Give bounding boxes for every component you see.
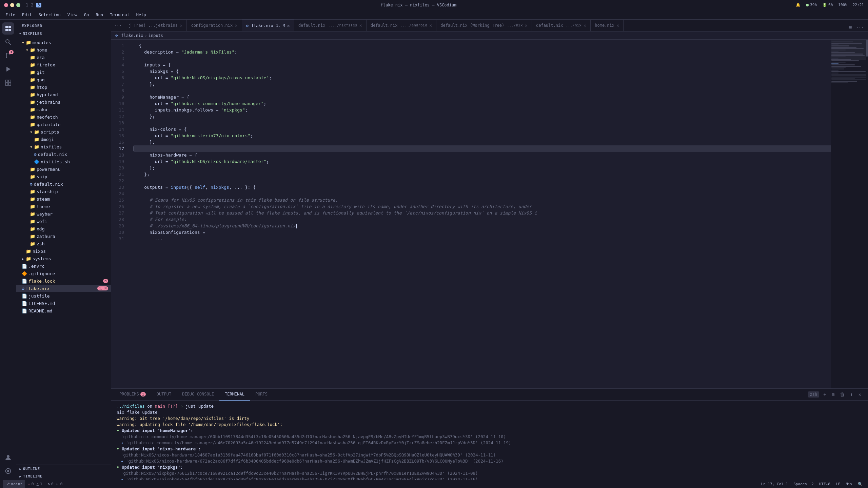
menu-help[interactable]: Help: [134, 12, 149, 18]
status-spaces[interactable]: Spaces: 2: [791, 480, 816, 488]
tree-xdg[interactable]: 📁xdg: [16, 225, 111, 232]
notification-icon[interactable]: 🔔: [796, 3, 801, 7]
tree-dmoji[interactable]: 📁dmoji: [16, 136, 111, 143]
tab-jtree-close[interactable]: ×: [180, 23, 182, 28]
menu-view[interactable]: View: [65, 12, 80, 18]
tab-home-close[interactable]: ×: [616, 23, 619, 28]
workspace-num-2[interactable]: 2: [31, 3, 33, 7]
activity-account[interactable]: [2, 451, 14, 464]
minimize-dot[interactable]: [10, 3, 14, 7]
menu-go[interactable]: Go: [81, 12, 92, 18]
tree-powermenu[interactable]: 📁powermenu: [16, 165, 111, 173]
menu-selection[interactable]: Selection: [36, 12, 63, 18]
tree-mako[interactable]: 📁mako: [16, 106, 111, 113]
tree-flake-lock[interactable]: 📄flake.lockM: [16, 277, 111, 285]
tree-readme[interactable]: 📄README.md: [16, 307, 111, 314]
tree-nixfiles-sh[interactable]: 🔷nixfiles.sh: [16, 158, 111, 165]
tree-gpg[interactable]: 📁gpg: [16, 76, 111, 83]
tree-firefox[interactable]: 📁firefox: [16, 61, 111, 68]
menu-file[interactable]: File: [3, 12, 18, 18]
close-dot[interactable]: [4, 3, 8, 7]
tree-steam[interactable]: 📁steam: [16, 195, 111, 203]
tree-neofetch[interactable]: 📁neofetch: [16, 113, 111, 121]
tree-justfile[interactable]: 📄justfile: [16, 292, 111, 300]
tab-default-nix-android[interactable]: default.nix ..../android ×: [367, 20, 436, 31]
tree-nixos[interactable]: 📁nixos: [16, 247, 111, 255]
new-terminal-btn[interactable]: +: [822, 391, 827, 398]
status-branch[interactable]: ⎇ main*: [3, 480, 25, 488]
tree-zsh[interactable]: 📁zsh: [16, 240, 111, 247]
split-editor-btn[interactable]: ⊞: [848, 23, 853, 31]
tab-terminal[interactable]: TERMINAL: [219, 389, 250, 401]
tab-problems[interactable]: PROBLEMS 1: [114, 389, 151, 401]
status-position[interactable]: Ln 17, Col 1: [758, 480, 791, 488]
kill-terminal-btn[interactable]: 🗑: [839, 391, 846, 398]
tree-eza[interactable]: 📁eza: [16, 54, 111, 61]
tree-flake-nix[interactable]: ⚙flake.nix1, M: [16, 285, 111, 292]
tab-default-nix-nixfiles[interactable]: default.nix ..../nixfiles ×: [294, 20, 367, 31]
menu-edit[interactable]: Edit: [19, 12, 35, 18]
breadcrumb-section[interactable]: inputs: [149, 33, 163, 38]
tab-output[interactable]: OUTPUT: [151, 389, 177, 401]
activity-search[interactable]: [2, 36, 14, 48]
tree-envrc[interactable]: 📄.envrc: [16, 262, 111, 270]
tree-systems[interactable]: ▸📁systems: [16, 255, 111, 262]
breadcrumb-file[interactable]: ⚙ flake.nix: [115, 33, 143, 38]
tree-qalculate[interactable]: 📁qalculate: [16, 121, 111, 128]
tab-default-wt-close[interactable]: ×: [525, 23, 528, 28]
activity-source-control[interactable]: 3: [2, 49, 14, 62]
tree-license[interactable]: 📄LICENSE.md: [16, 300, 111, 307]
tree-snip[interactable]: 📁snip: [16, 173, 111, 180]
minimap-scrollbar-thumb[interactable]: [866, 40, 868, 57]
tree-theme[interactable]: 📁theme: [16, 203, 111, 210]
maximize-panel-btn[interactable]: ⬆: [849, 391, 854, 398]
tab-flake-nix[interactable]: ⚙ flake.nix 1, M ×: [242, 20, 294, 31]
tab-default-nix-working-tree[interactable]: default.nix (Working Tree) .../nix ×: [436, 20, 532, 31]
terminal-output[interactable]: ../nixfiles on main [!?] › just update n…: [111, 401, 868, 480]
menu-terminal[interactable]: Terminal: [107, 12, 132, 18]
menu-run[interactable]: Run: [93, 12, 106, 18]
status-language[interactable]: Nix: [843, 480, 855, 488]
tabs-overflow-btn[interactable]: ···: [111, 20, 124, 31]
tab-default-nix-nix[interactable]: default.nix .../nix ×: [532, 20, 591, 31]
status-eol[interactable]: LF: [833, 480, 843, 488]
activity-settings[interactable]: [2, 465, 14, 477]
tree-modules[interactable]: ▾📁modules: [16, 39, 111, 46]
close-panel-btn[interactable]: ×: [857, 391, 863, 398]
tree-scripts[interactable]: ▾📁scripts: [16, 128, 111, 136]
timeline-section[interactable]: ▸ TIMELINE: [16, 472, 111, 480]
explorer-root-label[interactable]: ▾NIXFILES: [16, 30, 111, 37]
tab-default-nixfiles-close[interactable]: ×: [359, 23, 362, 28]
activity-explorer[interactable]: [2, 22, 14, 35]
tab-default-android-close[interactable]: ×: [429, 23, 432, 28]
activity-extensions[interactable]: [2, 77, 14, 89]
tree-zathura[interactable]: 📁zathura: [16, 232, 111, 240]
tree-wofi[interactable]: 📁wofi: [16, 218, 111, 225]
tree-default-nix-nixfiles[interactable]: ⚙default.nix: [16, 150, 111, 158]
status-sync[interactable]: ↻ 0 ↓ 0: [45, 480, 65, 488]
tree-gitignore[interactable]: 🔶.gitignore: [16, 270, 111, 277]
status-search[interactable]: 🔍: [855, 480, 865, 488]
status-encoding[interactable]: UTF-8: [816, 480, 833, 488]
tree-nixfiles-folder[interactable]: ▾📁nixfiles: [16, 143, 111, 150]
tab-jtree[interactable]: j Tree) ...jetbrains ×: [124, 20, 187, 31]
tree-htop[interactable]: 📁htop: [16, 83, 111, 91]
tab-debug-console[interactable]: DEBUG CONSOLE: [177, 389, 219, 401]
tab-ports[interactable]: PORTS: [250, 389, 273, 401]
tree-git[interactable]: 📁git: [16, 68, 111, 76]
code-editor[interactable]: { description = "Jadarma's NixFiles"; in…: [128, 40, 831, 388]
tab-home-nix[interactable]: home.nix ×: [591, 20, 624, 31]
tab-default-nix-close[interactable]: ×: [584, 23, 586, 28]
status-errors[interactable]: ⚠ 0 △ 1: [25, 480, 45, 488]
tab-configuration-nix[interactable]: configuration.nix ×: [187, 20, 242, 31]
tree-default-nix-home[interactable]: ⚙default.nix: [16, 180, 111, 188]
maximize-dot[interactable]: [16, 3, 20, 7]
tree-starship[interactable]: 📁starship: [16, 188, 111, 195]
activity-run-debug[interactable]: [2, 63, 14, 75]
split-terminal-btn[interactable]: ⊞: [830, 391, 836, 398]
tree-waybar[interactable]: 📁waybar: [16, 210, 111, 218]
tab-configuration-close[interactable]: ×: [235, 23, 237, 28]
tree-home[interactable]: ▾📁home: [16, 46, 111, 54]
tree-hyprland[interactable]: 📁hyprland: [16, 91, 111, 98]
workspace-num-1[interactable]: 1: [26, 3, 28, 7]
